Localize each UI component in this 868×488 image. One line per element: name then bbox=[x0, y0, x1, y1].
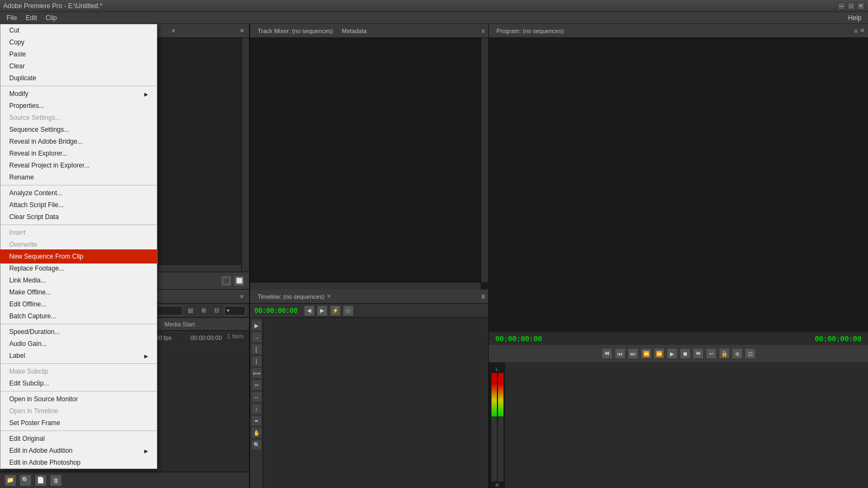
context-menu-item[interactable]: Properties... bbox=[1, 100, 157, 112]
context-menu-separator bbox=[1, 324, 157, 324]
context-menu-item[interactable]: Speed/Duration... bbox=[1, 326, 157, 338]
context-menu-item[interactable]: Modify bbox=[1, 88, 157, 100]
razor-tool[interactable]: ✂ bbox=[251, 380, 262, 390]
prog-ctrl11[interactable]: ⊡ bbox=[745, 348, 756, 359]
context-menu-item[interactable]: Make Offline... bbox=[1, 286, 157, 298]
zoom-tool[interactable]: 🔍 bbox=[251, 439, 262, 450]
pen-tool[interactable]: ✒ bbox=[251, 415, 262, 426]
context-menu-item[interactable]: Sequence Settings... bbox=[1, 124, 157, 136]
slide-tool[interactable]: ↕ bbox=[251, 403, 262, 414]
context-menu-item[interactable]: Audio Gain... bbox=[1, 338, 157, 350]
list-view-btn[interactable]: ▤ bbox=[185, 305, 196, 316]
prog-ctrl7[interactable]: ⯮ bbox=[693, 348, 704, 359]
context-menu-item-label: Label bbox=[9, 352, 25, 359]
rolling-edit-tool[interactable]: | bbox=[251, 356, 262, 367]
prog-ctrl2[interactable]: ⏮ bbox=[615, 348, 626, 359]
timeline-tab-close[interactable]: ✕ bbox=[327, 293, 331, 299]
prog-ctrl4[interactable]: ⏪ bbox=[641, 348, 652, 359]
context-menu-item-label: Edit in Adobe Photoshop bbox=[9, 459, 80, 466]
timeline-toolbar: 00:00:00:00 ◀ ▶ ⚡ ◇ bbox=[250, 304, 488, 318]
context-menu-item-label: Modify bbox=[9, 90, 28, 98]
menu-edit[interactable]: Edit bbox=[21, 13, 41, 23]
context-menu-item[interactable]: Cut bbox=[1, 24, 157, 36]
context-menu-item[interactable]: Paste bbox=[1, 48, 157, 60]
context-menu-item[interactable]: Analyze Content... bbox=[1, 187, 157, 199]
timeline-menu[interactable]: ≡ bbox=[481, 293, 485, 300]
context-menu-item[interactable]: Edit in Adobe Audition bbox=[1, 445, 157, 457]
context-menu-item[interactable]: Open in Source Monitor bbox=[1, 393, 157, 405]
prog-ctrl3[interactable]: ⏭ bbox=[628, 348, 639, 359]
menu-file[interactable]: File bbox=[2, 13, 21, 23]
new-bin-btn[interactable]: 📁 bbox=[4, 474, 16, 486]
context-menu-item[interactable]: Set Poster Frame bbox=[1, 417, 157, 429]
sort-dropdown[interactable]: ▾ bbox=[227, 307, 229, 313]
context-menu-item[interactable]: Clear Script Data bbox=[1, 211, 157, 223]
maximize-button[interactable]: □ bbox=[847, 2, 855, 10]
context-menu-item-label: Edit Original bbox=[9, 435, 44, 442]
context-menu-item[interactable]: Duplicate bbox=[1, 72, 157, 84]
context-menu-item[interactable]: Batch Capture... bbox=[1, 310, 157, 322]
freeform-view-btn[interactable]: ⊟ bbox=[211, 305, 222, 316]
track-mixer-label: Track Mixer: (no sequences) bbox=[253, 27, 337, 35]
context-menu-item[interactable]: Clear bbox=[1, 60, 157, 72]
track-mixer-menu[interactable]: ≡ bbox=[482, 28, 485, 34]
close-button[interactable]: ✕ bbox=[857, 2, 865, 10]
submenu-arrow-icon bbox=[144, 447, 148, 454]
source-tab-menu[interactable]: ≡ bbox=[170, 27, 177, 35]
audio-meters: L R bbox=[489, 362, 505, 488]
timeline-snap[interactable]: ⚡ bbox=[330, 305, 341, 316]
menu-help[interactable]: Help bbox=[844, 14, 866, 22]
ripple-edit-tool[interactable]: [ bbox=[251, 344, 262, 355]
hand-tool[interactable]: ✋ bbox=[251, 427, 262, 438]
program-close[interactable]: ✕ bbox=[860, 27, 865, 34]
context-menu-item[interactable]: Attach Script File... bbox=[1, 199, 157, 211]
prog-ctrl5[interactable]: ⏩ bbox=[654, 348, 665, 359]
menu-clip[interactable]: Clip bbox=[41, 13, 61, 23]
source-export-btn[interactable]: ⬛ bbox=[221, 275, 232, 286]
context-menu-item[interactable]: Edit Offline... bbox=[1, 298, 157, 310]
prog-ctrl10[interactable]: ⊕ bbox=[732, 348, 743, 359]
meter-label-r: R bbox=[495, 483, 499, 488]
context-menu-item[interactable]: Reveal in Explorer... bbox=[1, 147, 157, 159]
context-menu-item[interactable]: Reveal in Adobe Bridge... bbox=[1, 136, 157, 147]
context-menu-item: Open in Timeline bbox=[1, 405, 157, 417]
context-menu-item-label: Cut bbox=[9, 27, 20, 34]
minimize-button[interactable]: — bbox=[838, 2, 845, 10]
context-menu-item[interactable]: Link Media... bbox=[1, 274, 157, 286]
selection-tool[interactable]: ▶ bbox=[251, 320, 262, 331]
source-tab-close[interactable]: ✕ bbox=[238, 27, 246, 35]
track-select-tool[interactable]: → bbox=[251, 332, 262, 343]
icon-view-btn[interactable]: ⊞ bbox=[198, 305, 209, 316]
context-menu-item-label: Open in Timeline bbox=[9, 407, 58, 415]
project-menu-btn[interactable]: ≡ bbox=[238, 293, 246, 300]
item-count: 1 Item bbox=[227, 333, 244, 339]
rate-stretch-tool[interactable]: ⟺ bbox=[251, 368, 262, 378]
context-menu-item[interactable]: Reveal Project in Explorer... bbox=[1, 159, 157, 171]
context-menu-item[interactable]: Label bbox=[1, 350, 157, 362]
context-menu-item[interactable]: Copy bbox=[1, 36, 157, 48]
delete-btn[interactable]: 🗑 bbox=[50, 474, 62, 486]
new-item-btn[interactable]: 📄 bbox=[35, 474, 47, 486]
context-menu-item[interactable]: Edit Original bbox=[1, 433, 157, 445]
source-fullscreen-btn[interactable]: ⬜ bbox=[234, 275, 245, 286]
context-menu-separator bbox=[1, 86, 157, 86]
prog-ctrl8[interactable]: ↩ bbox=[706, 348, 717, 359]
prog-ctrl1[interactable]: ⯬ bbox=[602, 348, 612, 359]
slip-tool[interactable]: ↔ bbox=[251, 391, 262, 402]
context-menu-item[interactable]: Rename bbox=[1, 171, 157, 183]
context-menu-item[interactable]: New Sequence From Clip bbox=[1, 251, 157, 262]
context-menu-item[interactable]: Replace Footage... bbox=[1, 262, 157, 274]
context-menu-item[interactable]: Edit Subclip... bbox=[1, 377, 157, 389]
context-menu-item-label: Overwrite bbox=[9, 241, 37, 248]
timeline-marker[interactable]: ◇ bbox=[343, 305, 354, 316]
program-menu[interactable]: ≡ bbox=[854, 28, 858, 34]
search-btn[interactable]: 🔍 bbox=[20, 474, 31, 486]
prog-ctrl6[interactable]: ⏹ bbox=[680, 348, 691, 359]
context-menu-item-label: Reveal Project in Explorer... bbox=[9, 162, 90, 169]
prog-play[interactable]: ▶ bbox=[667, 348, 678, 359]
timeline-tool2[interactable]: ▶ bbox=[317, 305, 328, 316]
timeline-tool1[interactable]: ◀ bbox=[304, 305, 315, 316]
context-menu-item[interactable]: Edit in Adobe Photoshop bbox=[1, 457, 157, 468]
prog-ctrl9[interactable]: 🔒 bbox=[719, 348, 730, 359]
submenu-arrow-icon bbox=[144, 352, 148, 359]
